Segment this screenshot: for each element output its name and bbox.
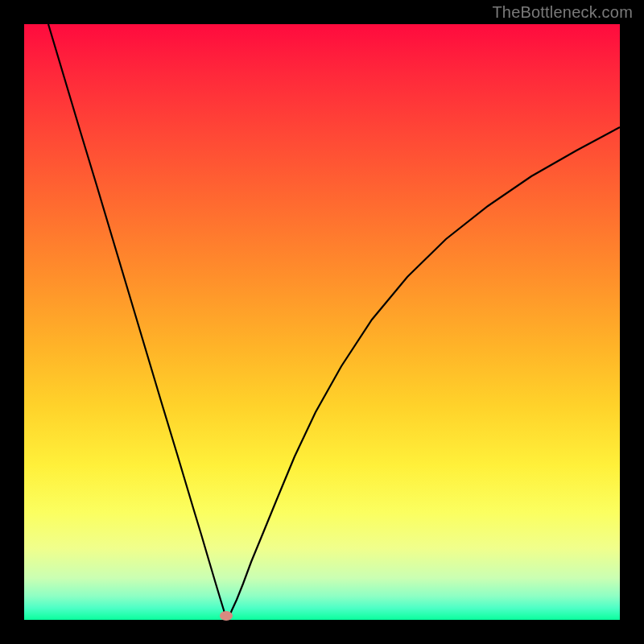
watermark-text: TheBottleneck.com [492,3,633,22]
curve-svg [24,24,620,620]
chart-frame: TheBottleneck.com [0,0,644,644]
plot-area [24,24,620,620]
minimum-marker [220,611,233,621]
curve-left [48,24,226,620]
curve-right [228,127,620,620]
